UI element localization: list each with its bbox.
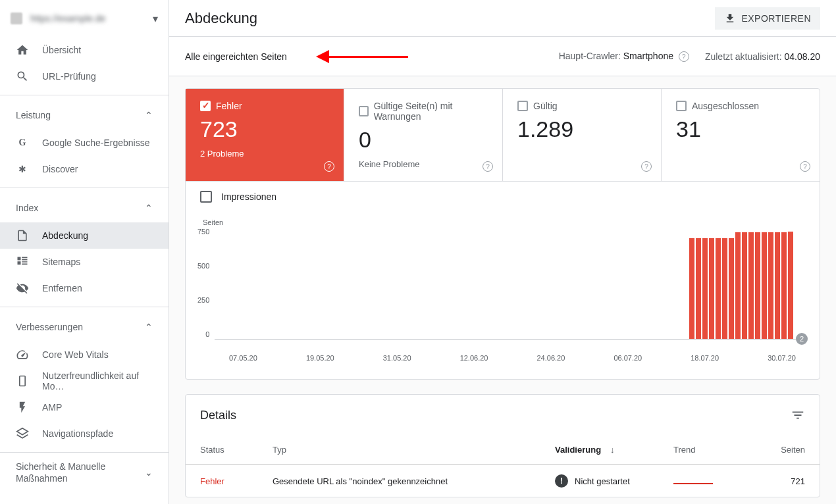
sidebar-item-discover[interactable]: ✱ Discover bbox=[0, 156, 169, 182]
crawler-info: Haupt-Crawler: Smartphone ? bbox=[559, 51, 689, 63]
chevron-up-icon: ⌃ bbox=[145, 110, 153, 120]
chart-bar[interactable] bbox=[702, 238, 708, 339]
sidebar-item-mobile[interactable]: Nutzerfreundlichkeit auf Mo… bbox=[0, 368, 169, 394]
chevron-down-icon: ⌄ bbox=[145, 467, 153, 478]
checkbox-icon bbox=[676, 101, 687, 111]
sidebar-item-urlcheck[interactable]: URL-Prüfung bbox=[0, 63, 169, 89]
sidebar-item-overview[interactable]: Übersicht bbox=[0, 37, 169, 63]
sidebar-item-search-results[interactable]: G Google Suche-Ergebnisse bbox=[0, 130, 169, 156]
chart-bar[interactable] bbox=[689, 238, 694, 339]
document-icon bbox=[16, 229, 29, 242]
speed-icon bbox=[16, 348, 29, 361]
checkbox-icon bbox=[200, 191, 212, 203]
chart-bar[interactable] bbox=[716, 238, 721, 339]
sidebar-item-breadcrumbs[interactable]: Navigationspfade bbox=[0, 420, 169, 447]
chart-bar[interactable] bbox=[781, 232, 787, 339]
table-row[interactable]: Fehler Gesendete URL als "noindex" geken… bbox=[186, 465, 820, 497]
help-icon[interactable]: ? bbox=[679, 51, 689, 62]
stat-fehler[interactable]: Fehler 723 2 Probleme ? bbox=[186, 89, 344, 181]
stat-valid[interactable]: Gültig 1.289 ? bbox=[503, 89, 662, 181]
updated-info: Zuletzt aktualisiert: 04.08.20 bbox=[705, 51, 820, 62]
checkbox-icon bbox=[359, 106, 369, 116]
coverage-chart: Seiten 750 500 250 0 2 07.05.20 19.0 bbox=[186, 212, 820, 379]
arrow-down-icon: ↓ bbox=[610, 445, 615, 455]
error-badge-icon: ! bbox=[555, 474, 568, 488]
x-axis: 07.05.20 19.05.20 31.05.20 12.06.20 24.0… bbox=[197, 354, 808, 362]
chart-bar[interactable] bbox=[788, 232, 793, 339]
topbar: Abdeckung EXPORTIEREN bbox=[169, 0, 836, 37]
chart-bar[interactable] bbox=[729, 238, 734, 339]
impressions-toggle[interactable]: Impressionen bbox=[186, 181, 820, 212]
section-index[interactable]: Index ⌃ bbox=[0, 193, 169, 222]
bolt-icon bbox=[16, 401, 29, 414]
home-icon bbox=[16, 43, 29, 57]
chart-bar[interactable] bbox=[742, 232, 747, 339]
section-leistung[interactable]: Leistung ⌃ bbox=[0, 101, 169, 130]
checkbox-icon bbox=[200, 101, 211, 111]
filter-icon[interactable] bbox=[791, 408, 805, 422]
chart-bar[interactable] bbox=[755, 232, 760, 339]
chart-bar[interactable] bbox=[768, 232, 773, 339]
filter-row: Alle eingereichten Seiten Haupt-Crawler:… bbox=[169, 37, 836, 76]
chevron-up-icon: ⌃ bbox=[145, 203, 153, 213]
main-content: Abdeckung EXPORTIEREN Alle eingereichten… bbox=[169, 0, 836, 504]
stat-excluded[interactable]: Ausgeschlossen 31 ? bbox=[662, 89, 820, 181]
phone-icon bbox=[16, 374, 29, 388]
download-icon bbox=[724, 13, 736, 24]
sidebar-item-coverage[interactable]: Abdeckung bbox=[0, 222, 169, 249]
table-header: Status Typ Validierung↓ Trend Seiten bbox=[186, 436, 820, 465]
sidebar-item-label: Übersicht bbox=[42, 45, 81, 55]
plot-area: 2 bbox=[215, 228, 808, 340]
annotation-arrow bbox=[316, 53, 408, 61]
chevron-up-icon: ⌃ bbox=[145, 322, 153, 332]
chart-bar[interactable] bbox=[748, 232, 754, 339]
discover-icon: ✱ bbox=[16, 163, 29, 176]
sidebar-item-cwv[interactable]: Core Web Vitals bbox=[0, 341, 169, 368]
annotation-dot[interactable]: 2 bbox=[796, 333, 808, 345]
sitemap-icon bbox=[16, 255, 29, 268]
coverage-summary-card: Fehler 723 2 Probleme ? Gültige Seite(n)… bbox=[185, 88, 820, 380]
section-verbesserungen[interactable]: Verbesserungen ⌃ bbox=[0, 313, 169, 341]
scope-selector[interactable]: Alle eingereichten Seiten bbox=[185, 51, 287, 62]
sidebar-item-label: URL-Prüfung bbox=[42, 71, 96, 82]
google-icon: G bbox=[16, 136, 29, 149]
details-card: Details Status Typ Validierung↓ Trend Se… bbox=[185, 394, 820, 497]
page-title: Abdeckung bbox=[185, 10, 257, 27]
chart-bar[interactable] bbox=[775, 232, 780, 339]
help-icon[interactable]: ? bbox=[483, 161, 493, 172]
chart-bar[interactable] bbox=[709, 238, 714, 339]
chart-bar[interactable] bbox=[762, 232, 767, 339]
sort-validation[interactable]: Validierung↓ bbox=[555, 445, 673, 455]
help-icon[interactable]: ? bbox=[324, 161, 334, 172]
search-icon bbox=[16, 70, 29, 83]
trend-sparkline bbox=[673, 483, 713, 484]
y-axis: 750 500 250 0 bbox=[197, 228, 215, 340]
checkbox-icon bbox=[517, 101, 528, 111]
export-button[interactable]: EXPORTIEREN bbox=[715, 7, 820, 30]
section-security[interactable]: Sicherheit & Manuelle Maßnahmen ⌄ bbox=[0, 458, 169, 487]
chart-bar[interactable] bbox=[735, 232, 741, 339]
chart-bar[interactable] bbox=[722, 238, 727, 339]
domain-label: https://example.de bbox=[30, 13, 145, 24]
sidebar-item-sitemaps[interactable]: Sitemaps bbox=[0, 249, 169, 275]
stat-warnings[interactable]: Gültige Seite(n) mit Warnungen 0 Keine P… bbox=[344, 89, 503, 181]
svg-rect-0 bbox=[20, 376, 25, 386]
sidebar-item-amp[interactable]: AMP bbox=[0, 394, 169, 420]
visibility-off-icon bbox=[16, 282, 29, 295]
property-selector[interactable]: https://example.de ▾ bbox=[0, 0, 169, 37]
help-icon[interactable]: ? bbox=[641, 161, 652, 172]
favicon bbox=[11, 13, 22, 24]
help-icon[interactable]: ? bbox=[800, 161, 810, 172]
sidebar-item-remove[interactable]: Entfernen bbox=[0, 275, 169, 301]
caret-down-icon: ▾ bbox=[153, 13, 158, 25]
details-title: Details bbox=[200, 409, 236, 422]
layers-icon bbox=[16, 427, 29, 440]
chart-bar[interactable] bbox=[696, 238, 701, 339]
sidebar: https://example.de ▾ Übersicht URL-Prüfu… bbox=[0, 0, 169, 504]
